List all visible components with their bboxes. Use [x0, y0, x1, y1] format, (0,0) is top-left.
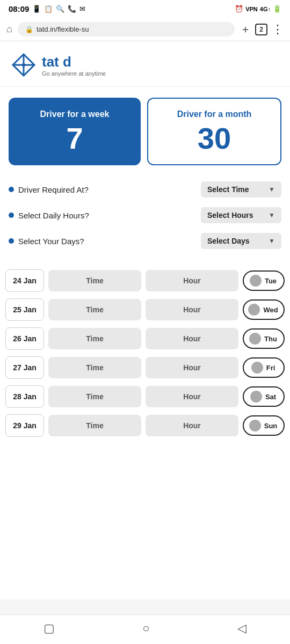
- toggle-1[interactable]: Wed: [243, 299, 285, 320]
- option-text-time: Driver Required At?: [18, 185, 89, 194]
- url-text: tatd.in/flexible-su: [37, 25, 89, 33]
- schedule-time-3[interactable]: Time: [48, 357, 141, 378]
- toggle-day-2: Thu: [264, 335, 277, 343]
- schedule-hour-1[interactable]: Hour: [146, 299, 238, 320]
- toggle-2[interactable]: Thu: [243, 328, 285, 349]
- select-time-label: Select Time: [207, 185, 249, 194]
- nav-circle-icon[interactable]: ○: [142, 621, 149, 635]
- select-hours[interactable]: Select Hours ▼: [201, 207, 281, 223]
- more-icon[interactable]: ⋮: [272, 23, 284, 36]
- toggle-circle-0: [250, 275, 262, 287]
- tab-count[interactable]: 2: [255, 24, 267, 35]
- schedule-date-4[interactable]: 28 Jan: [5, 385, 44, 408]
- schedule-time-4[interactable]: Time: [48, 386, 141, 407]
- select-days-label: Select Days: [207, 237, 250, 245]
- option-row-days: Select Your Days? Select Days ▼: [9, 233, 281, 249]
- bottom-nav: ▢ ○ ◁: [0, 614, 290, 644]
- toggle-day-4: Sat: [265, 393, 276, 401]
- toggle-3[interactable]: Fri: [243, 357, 285, 378]
- schedule-date-5[interactable]: 29 Jan: [5, 414, 44, 437]
- toggle-day-5: Sun: [264, 422, 278, 430]
- toggle-circle-4: [250, 391, 262, 402]
- select-time[interactable]: Select Time ▼: [201, 181, 281, 197]
- schedule-time-1[interactable]: Time: [48, 299, 141, 320]
- status-time: 08:09: [9, 4, 29, 13]
- toggle-circle-3: [251, 362, 263, 374]
- schedule-row-3: 27 Jan Time Hour Fri: [5, 356, 285, 379]
- cards-area: Driver for a week 7 Driver for a month 3…: [0, 87, 290, 176]
- phone-icon: 📞: [68, 5, 76, 13]
- home-icon[interactable]: ⌂: [6, 24, 12, 35]
- logo-brand: tat d: [42, 54, 106, 70]
- schedule-hour-3[interactable]: Hour: [146, 357, 238, 378]
- schedule-hour-5[interactable]: Hour: [146, 415, 238, 436]
- logo-icon: [11, 52, 37, 78]
- schedule-date-0[interactable]: 24 Jan: [5, 269, 44, 292]
- toggle-4[interactable]: Sat: [243, 386, 285, 407]
- schedule-row-4: 28 Jan Time Hour Sat: [5, 385, 285, 408]
- vpn-icon: VPN: [245, 6, 258, 12]
- nav-square-icon[interactable]: ▢: [44, 621, 55, 635]
- schedule-area: 24 Jan Time Hour Tue 25 Jan Time Hour We…: [0, 269, 290, 437]
- chevron-time: ▼: [269, 186, 275, 193]
- dot-time: [9, 187, 14, 192]
- schedule-row-2: 26 Jan Time Hour Thu: [5, 327, 285, 350]
- svg-point-3: [22, 63, 25, 67]
- status-right: ⏰ VPN 4G↑ 🔋: [235, 5, 281, 13]
- toggle-circle-1: [248, 304, 260, 316]
- schedule-time-0[interactable]: Time: [48, 270, 141, 291]
- battery-icon: 🔋: [273, 5, 281, 13]
- option-label-time: Driver Required At?: [9, 185, 89, 194]
- toggle-5[interactable]: Sun: [243, 415, 285, 436]
- chevron-hours: ▼: [269, 211, 275, 219]
- schedule-hour-4[interactable]: Hour: [146, 386, 238, 407]
- page-content: tat d Go anywhere at anytime Driver for …: [0, 41, 290, 599]
- option-label-days: Select Your Days?: [9, 237, 84, 246]
- toggle-day-0: Tue: [265, 277, 277, 285]
- alarm-icon: ⏰: [235, 5, 243, 13]
- toggle-0[interactable]: Tue: [243, 270, 285, 291]
- toggle-circle-5: [249, 420, 261, 431]
- card-month[interactable]: Driver for a month 30: [147, 98, 281, 165]
- option-text-hours: Select Daily Hours?: [18, 211, 89, 220]
- option-row-time: Driver Required At? Select Time ▼: [9, 181, 281, 197]
- card-month-number: 30: [198, 123, 231, 153]
- logo-area: tat d Go anywhere at anytime: [0, 41, 290, 87]
- schedule-row-0: 24 Jan Time Hour Tue: [5, 269, 285, 292]
- schedule-hour-0[interactable]: Hour: [146, 270, 238, 291]
- document-icon: 📋: [44, 5, 53, 13]
- select-days[interactable]: Select Days ▼: [201, 233, 281, 249]
- option-text-days: Select Your Days?: [18, 237, 84, 246]
- schedule-row-5: 29 Jan Time Hour Sun: [5, 414, 285, 437]
- card-month-label: Driver for a month: [177, 109, 252, 119]
- nav-back-icon[interactable]: ◁: [237, 621, 247, 635]
- option-label-hours: Select Daily Hours?: [9, 211, 89, 220]
- option-row-hours: Select Daily Hours? Select Hours ▼: [9, 207, 281, 223]
- network-icon: 4G↑: [260, 6, 271, 12]
- search-icon: 🔍: [56, 5, 64, 13]
- toggle-day-3: Fri: [266, 364, 276, 372]
- status-left: 08:09 📱 📋 🔍 📞 ✉: [9, 4, 85, 13]
- browser-bar: ⌂ 🔒 tatd.in/flexible-su ＋ 2 ⋮: [0, 18, 290, 41]
- logo-tagline: Go anywhere at anytime: [42, 70, 106, 77]
- schedule-date-3[interactable]: 27 Jan: [5, 356, 44, 379]
- dot-hours: [9, 213, 14, 218]
- dot-days: [9, 238, 14, 244]
- schedule-hour-2[interactable]: Hour: [146, 328, 238, 349]
- whatsapp-icon: 📱: [32, 5, 41, 13]
- browser-actions: ＋ 2 ⋮: [240, 22, 284, 36]
- card-week[interactable]: Driver for a week 7: [9, 98, 141, 165]
- lock-icon: 🔒: [25, 26, 33, 33]
- schedule-time-2[interactable]: Time: [48, 328, 141, 349]
- url-bar[interactable]: 🔒 tatd.in/flexible-su: [18, 22, 235, 36]
- toggle-circle-2: [249, 333, 261, 345]
- gmail-icon: ✉: [79, 5, 85, 13]
- options-area: Driver Required At? Select Time ▼ Select…: [0, 176, 290, 269]
- add-tab-icon[interactable]: ＋: [240, 22, 251, 36]
- schedule-time-5[interactable]: Time: [48, 415, 141, 436]
- logo-text-block: tat d Go anywhere at anytime: [42, 54, 106, 77]
- schedule-date-1[interactable]: 25 Jan: [5, 298, 44, 321]
- schedule-date-2[interactable]: 26 Jan: [5, 327, 44, 350]
- schedule-row-1: 25 Jan Time Hour Wed: [5, 298, 285, 321]
- chevron-days: ▼: [269, 237, 275, 245]
